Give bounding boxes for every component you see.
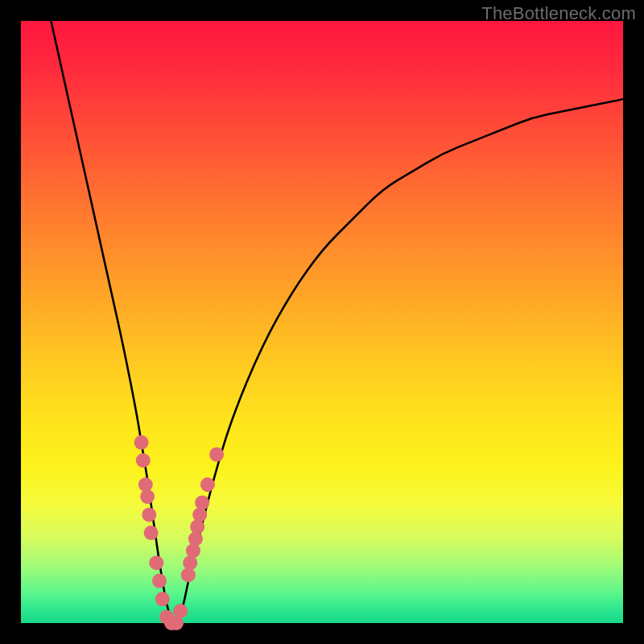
chart-frame: TheBottleneck.com: [0, 0, 644, 644]
data-point: [192, 507, 207, 522]
data-point: [186, 543, 200, 558]
curve-layer: [21, 21, 623, 623]
bottleneck-curve: [51, 21, 623, 623]
data-point: [200, 477, 215, 492]
data-point: [195, 495, 209, 510]
data-point: [136, 453, 151, 468]
plot-area: [21, 21, 623, 623]
data-point: [149, 555, 163, 570]
data-point: [173, 604, 188, 618]
data-point: [190, 519, 204, 534]
data-point-markers: [134, 436, 225, 630]
data-point: [209, 448, 224, 462]
data-point: [142, 507, 156, 522]
data-point: [183, 555, 197, 570]
data-point: [152, 574, 167, 588]
data-point: [155, 592, 170, 606]
data-point: [134, 436, 149, 450]
data-point: [144, 526, 159, 540]
data-point: [140, 489, 155, 504]
